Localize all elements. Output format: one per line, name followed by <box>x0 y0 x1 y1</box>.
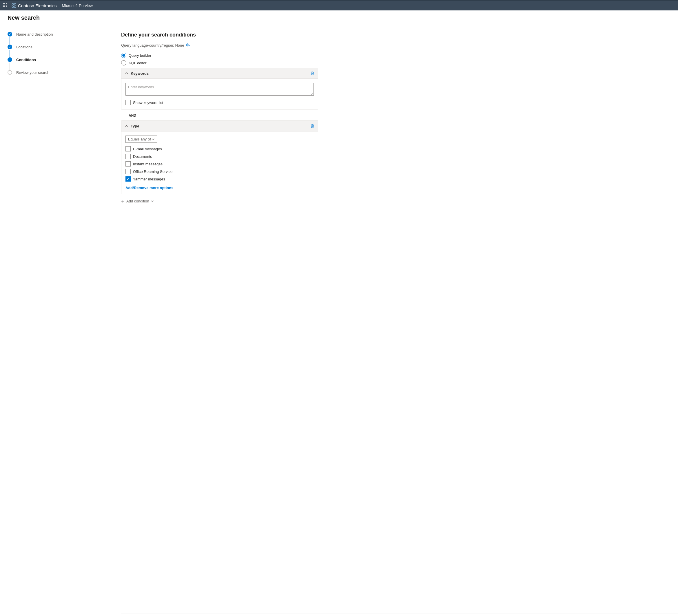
chevron-down-icon <box>152 138 155 141</box>
keywords-input[interactable] <box>125 83 314 95</box>
page-title: New search <box>7 14 671 21</box>
type-option[interactable]: E-mail messages <box>125 146 314 151</box>
checkbox-label: Office Roaming Service <box>133 169 173 174</box>
chevron-up-icon <box>125 124 128 128</box>
keywords-card: Keywords Show keyword list <box>121 68 318 110</box>
main-panel: Define your search conditions Query lang… <box>118 24 330 613</box>
query-language-label: Query language-country/region: None <box>121 43 184 47</box>
card-title: Type <box>131 124 139 128</box>
add-condition-label: Add condition <box>126 199 149 203</box>
add-condition-button[interactable]: Add condition <box>121 199 154 203</box>
checkbox-icon <box>125 146 131 151</box>
delete-icon[interactable] <box>310 124 314 128</box>
step-review[interactable]: Review your search <box>7 70 110 75</box>
add-remove-options-link[interactable]: Add/Remove more options <box>125 186 173 190</box>
step-label: Review your search <box>16 70 49 75</box>
checkbox-icon <box>125 100 131 105</box>
app-launcher-icon[interactable] <box>3 3 7 8</box>
type-card-header[interactable]: Type <box>121 121 318 131</box>
svg-point-0 <box>12 3 13 5</box>
type-option[interactable]: Yammer messages <box>125 177 314 182</box>
radio-kql-editor[interactable]: KQL editor <box>121 60 318 66</box>
checkbox-icon <box>125 177 131 182</box>
chevron-up-icon <box>125 72 128 75</box>
checkbox-icon <box>125 161 131 166</box>
checkbox-label: E-mail messages <box>133 147 162 151</box>
select-value: Equals any of <box>128 137 151 141</box>
operator-label: AND <box>129 114 318 118</box>
wizard-footer: Back Next <box>121 613 678 616</box>
step-name-description[interactable]: Name and description <box>7 32 110 45</box>
step-label: Name and description <box>16 32 53 37</box>
svg-point-1 <box>14 3 16 5</box>
topbar: Contoso Electronics Microsoft Purview <box>0 0 678 10</box>
step-done-icon <box>7 45 12 49</box>
card-title: Keywords <box>131 71 149 76</box>
step-pending-icon <box>7 70 12 75</box>
globe-edit-icon[interactable] <box>186 43 190 47</box>
checkbox-icon <box>125 154 131 159</box>
delete-icon[interactable] <box>310 71 314 76</box>
step-locations[interactable]: Locations <box>7 45 110 57</box>
plus-icon <box>121 199 124 203</box>
step-conditions[interactable]: Conditions <box>7 57 110 70</box>
main-title: Define your search conditions <box>121 32 318 38</box>
radio-label: KQL editor <box>129 61 147 65</box>
org-logo-icon <box>11 3 16 8</box>
type-option[interactable]: Instant messages <box>125 161 314 166</box>
radio-icon <box>121 53 126 58</box>
radio-icon <box>121 60 126 66</box>
app-name[interactable]: Microsoft Purview <box>62 3 93 8</box>
query-language-row: Query language-country/region: None <box>121 43 318 47</box>
svg-point-2 <box>12 6 13 7</box>
svg-point-3 <box>14 6 16 7</box>
radio-query-builder[interactable]: Query builder <box>121 53 318 58</box>
type-option[interactable]: Office Roaming Service <box>125 169 314 174</box>
checkbox-icon <box>125 169 131 174</box>
page-header: New search <box>0 10 678 24</box>
checkbox-label: Instant messages <box>133 162 162 166</box>
chevron-down-icon <box>151 200 154 203</box>
step-done-icon <box>7 32 12 37</box>
type-operator-select[interactable]: Equals any of <box>125 136 157 143</box>
wizard-sidebar: Name and description Locations Condition… <box>0 24 118 613</box>
step-label: Conditions <box>16 57 36 62</box>
checkbox-label: Documents <box>133 154 152 159</box>
step-active-icon <box>7 57 12 62</box>
keywords-card-header[interactable]: Keywords <box>121 68 318 79</box>
radio-label: Query builder <box>129 53 151 57</box>
checkbox-label: Yammer messages <box>133 177 165 181</box>
type-option[interactable]: Documents <box>125 154 314 159</box>
org-name: Contoso Electronics <box>18 3 57 8</box>
show-keyword-list-checkbox[interactable]: Show keyword list <box>125 100 314 105</box>
type-card: Type Equals any of E-mail messagesDocume… <box>121 120 318 194</box>
step-label: Locations <box>16 45 32 49</box>
checkbox-label: Show keyword list <box>133 101 163 105</box>
org-brand: Contoso Electronics <box>11 3 57 8</box>
